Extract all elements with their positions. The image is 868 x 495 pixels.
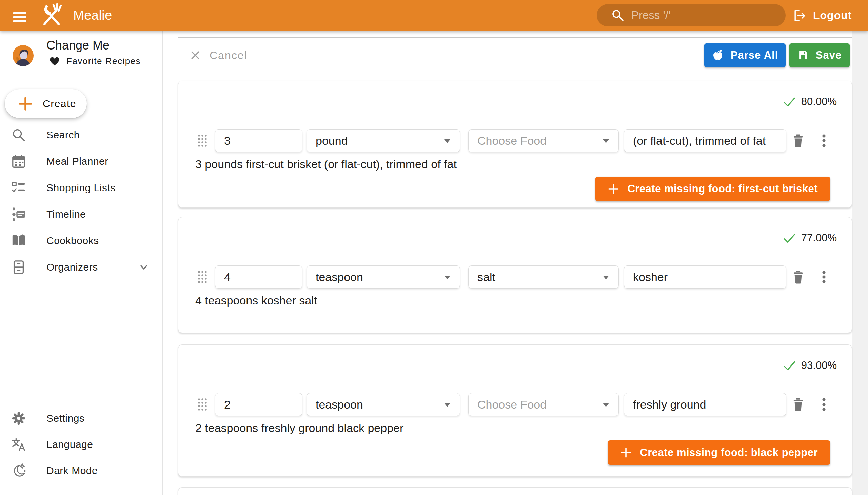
sidebar-item-settings[interactable]: Settings [0, 405, 163, 431]
drag-handle-icon[interactable] [197, 134, 207, 148]
scrolled-card-edge [178, 37, 852, 38]
delete-ingredient-button[interactable] [791, 133, 806, 149]
checklist-icon [11, 180, 27, 195]
sidebar-item-dark-mode[interactable]: Dark Mode [0, 457, 163, 483]
sidebar-item-meal-planner[interactable]: Meal Planner [0, 148, 163, 175]
app-window: Mealie Press '/' Logout [0, 0, 868, 495]
sidebar-item-organizers[interactable]: Organizers [0, 254, 163, 280]
dropdown-caret-icon [603, 403, 609, 407]
sidebar: Change Me Favorite Recipes Create [0, 31, 163, 495]
kebab-menu-icon [817, 398, 831, 411]
favorite-recipes-link[interactable]: Favorite Recipes [50, 56, 141, 66]
food-select[interactable]: Choose Food [468, 393, 619, 416]
hamburger-menu-icon[interactable] [12, 8, 27, 23]
confidence-indicator: 77.00% [783, 232, 837, 244]
scroll-gutter[interactable] [852, 31, 868, 495]
ingredient-card: 93.00% 2 teaspoon Choose Food freshly gr… [178, 344, 852, 477]
food-select[interactable]: salt [468, 266, 619, 289]
cancel-button[interactable]: Cancel [190, 47, 248, 64]
note-input[interactable]: kosher [624, 266, 786, 289]
quantity-input[interactable]: 3 [215, 129, 303, 152]
quantity-input[interactable]: 4 [215, 266, 303, 289]
create-missing-food-button[interactable]: Create missing food: black pepper [608, 440, 830, 465]
calendar-icon [11, 154, 27, 169]
sidebar-nav: Search [0, 122, 163, 280]
ingredient-card: 77.00% 4 teaspoon salt kosher [178, 217, 852, 333]
sidebar-item-language[interactable]: Language [0, 431, 163, 457]
search-placeholder: Press '/' [631, 9, 670, 22]
more-options-button[interactable] [817, 398, 831, 411]
dropdown-caret-icon [444, 276, 450, 279]
user-name: Change Me [47, 38, 109, 53]
ingredient-card: 80.00% 3 pound Choose Food (or flat-cut)… [178, 81, 852, 208]
create-label: Create [43, 98, 76, 109]
apple-icon [712, 49, 724, 62]
heart-icon [50, 57, 60, 66]
check-icon [783, 359, 796, 372]
original-ingredient-text: 2 teaspoons freshly ground black pepper [195, 422, 404, 434]
chevron-down-icon [138, 261, 150, 273]
magnify-icon [11, 127, 27, 143]
parse-all-button[interactable]: Parse All [704, 44, 786, 67]
food-select[interactable]: Choose Food [468, 129, 619, 152]
quantity-input[interactable]: 2 [215, 393, 303, 416]
more-options-button[interactable] [817, 134, 831, 148]
cabinet-icon [11, 259, 27, 275]
sidebar-divider [0, 79, 163, 79]
trash-icon [791, 397, 806, 412]
check-icon [783, 232, 796, 244]
trash-icon [791, 133, 806, 149]
create-missing-food-button[interactable]: Create missing food: first-cut brisket [595, 177, 830, 201]
logout-icon [792, 8, 807, 23]
note-input[interactable]: freshly ground [624, 393, 786, 416]
sidebar-item-cookbooks[interactable]: Cookbooks [0, 227, 163, 254]
unit-select[interactable]: teaspoon [307, 393, 460, 416]
ingredient-fields-row: 4 teaspoon salt kosher [178, 266, 852, 289]
sidebar-footer-nav: Settings Language [0, 405, 163, 483]
unit-select[interactable]: pound [307, 129, 460, 152]
dropdown-caret-icon [444, 139, 450, 143]
unit-select[interactable]: teaspoon [307, 266, 460, 289]
delete-ingredient-button[interactable] [791, 269, 806, 285]
logout-button[interactable]: Logout [792, 0, 852, 31]
ingredient-parser-panel: Cancel Parse All Save 80 [163, 31, 868, 495]
dropdown-caret-icon [603, 139, 609, 143]
create-button[interactable]: Create [5, 89, 87, 118]
logout-label: Logout [813, 9, 852, 22]
original-ingredient-text: 3 pounds first-cut brisket (or flat-cut)… [195, 158, 457, 171]
more-options-button[interactable] [817, 270, 831, 284]
note-input[interactable]: (or flat-cut), trimmed of fat [624, 129, 786, 152]
user-avatar[interactable] [13, 45, 34, 66]
sidebar-item-search[interactable]: Search [0, 122, 163, 148]
kebab-menu-icon [817, 134, 831, 148]
ingredient-fields-row: 2 teaspoon Choose Food freshly ground [178, 393, 852, 416]
ingredient-fields-row: 3 pound Choose Food (or flat-cut), trimm… [178, 129, 852, 152]
check-icon [783, 95, 796, 108]
open-book-icon [11, 233, 27, 249]
save-disk-icon [798, 50, 809, 61]
plus-icon [620, 447, 632, 458]
drag-handle-icon[interactable] [197, 270, 207, 284]
translate-icon [11, 437, 27, 452]
search-input[interactable]: Press '/' [597, 4, 786, 27]
original-ingredient-text: 4 teaspoons kosher salt [195, 294, 317, 307]
confidence-indicator: 80.00% [783, 95, 837, 108]
sidebar-item-timeline[interactable]: Timeline [0, 201, 163, 227]
close-icon [190, 50, 201, 61]
gear-icon [11, 411, 27, 426]
drag-handle-icon[interactable] [197, 398, 207, 411]
ingredient-card-partial [178, 487, 852, 495]
kebab-menu-icon [817, 270, 831, 284]
timeline-icon [11, 206, 27, 222]
favorites-label: Favorite Recipes [66, 56, 141, 66]
confidence-value: 80.00% [801, 96, 837, 108]
confidence-value: 93.00% [801, 359, 837, 372]
moon-icon [11, 463, 27, 478]
confidence-value: 77.00% [801, 232, 837, 244]
delete-ingredient-button[interactable] [791, 397, 806, 412]
plus-icon [18, 96, 33, 112]
dropdown-caret-icon [444, 403, 450, 407]
save-button[interactable]: Save [789, 44, 850, 67]
app-header: Mealie Press '/' Logout [0, 0, 868, 31]
sidebar-item-shopping-lists[interactable]: Shopping Lists [0, 175, 163, 201]
